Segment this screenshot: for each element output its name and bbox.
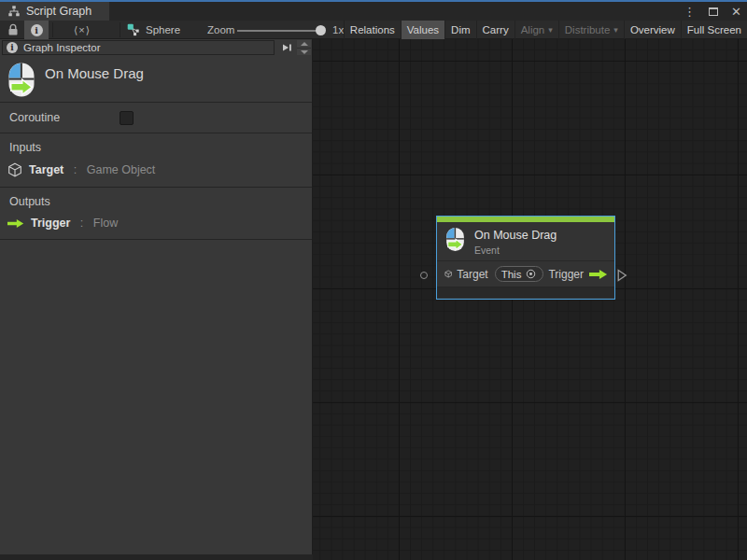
focused-window-accent [0, 0, 747, 2]
zoom-label: Zoom [207, 24, 234, 35]
graph-asset-icon [127, 23, 140, 36]
info-icon: i [31, 24, 43, 36]
cube-icon [7, 162, 22, 177]
chevron-down-icon: ▾ [613, 25, 618, 35]
window-menu-icon[interactable]: ⋮ [684, 6, 696, 18]
on-mouse-drag-node[interactable]: On Mouse Drag Event Target This Trigger [436, 216, 615, 300]
code-icon: ⟨×⟩ [74, 24, 91, 36]
inputs-section: Inputs Target : Game Object [0, 133, 312, 188]
port-name: Target [29, 163, 63, 176]
relations-button[interactable]: Relations [344, 21, 401, 39]
inspector-toggle-button[interactable]: i [24, 21, 49, 39]
maximize-icon[interactable] [709, 7, 718, 16]
graph-inspector-panel: i Graph Inspector On Mouse Drag Corout [0, 39, 313, 554]
inputs-header: Inputs [9, 141, 312, 154]
flow-arrow-icon [589, 269, 608, 280]
port-separator: : [77, 217, 86, 230]
output-port-triangle[interactable] [617, 269, 627, 282]
chevron-up-icon [301, 42, 308, 46]
target-port-label: Target [457, 268, 487, 281]
zoom-slider[interactable] [237, 30, 323, 32]
unit-header: On Mouse Drag [0, 56, 312, 103]
scroll-down-button[interactable] [297, 49, 311, 55]
port-name: Trigger [31, 217, 70, 230]
cube-icon [444, 267, 452, 281]
port-type: Game Object [87, 163, 156, 176]
coroutine-row: Coroutine [0, 103, 312, 133]
trigger-port[interactable]: Trigger [548, 268, 608, 281]
panel-bottom-edge [0, 554, 313, 560]
inspector-header: i Graph Inspector [0, 39, 312, 56]
code-view-button[interactable]: ⟨×⟩ [62, 21, 103, 39]
tab-bar: Script Graph ⋮ ✕ [0, 0, 747, 21]
tab-label: Script Graph [26, 5, 92, 18]
graph-toolbar: i ⟨×⟩ Sphere Zoom 1x Relations Values Di… [0, 21, 747, 39]
coroutine-checkbox[interactable] [120, 111, 134, 125]
output-row: Trigger : Flow [0, 217, 312, 230]
outputs-header: Outputs [9, 195, 312, 208]
flow-arrow-icon [7, 218, 24, 229]
this-label: This [501, 269, 522, 280]
toolbar-divider [52, 22, 53, 37]
input-row: Target : Game Object [0, 162, 312, 177]
zoom-slider-thumb[interactable] [316, 25, 326, 35]
input-port-circle[interactable] [420, 272, 428, 279]
zoom-value: 1x [332, 24, 344, 35]
coroutine-label: Coroutine [9, 111, 60, 124]
graph-pointer[interactable]: Sphere [127, 21, 180, 39]
align-button[interactable]: Align ▾ [514, 21, 558, 39]
dock-button[interactable] [277, 41, 295, 54]
mouse-drag-icon [445, 227, 465, 252]
node-header: On Mouse Drag Event [437, 222, 614, 260]
carry-button[interactable]: Carry [476, 21, 514, 39]
tab-script-graph[interactable]: Script Graph [0, 2, 109, 21]
node-subtitle: Event [474, 245, 557, 256]
trigger-port-label: Trigger [548, 268, 584, 281]
toolbar-button-group: Relations Values Dim Carry Align ▾ Distr… [344, 21, 747, 39]
graph-pointer-label: Sphere [146, 24, 180, 35]
close-icon[interactable]: ✕ [731, 6, 741, 18]
chevron-down-icon: ▾ [548, 25, 553, 35]
lock-icon [7, 23, 19, 36]
info-icon: i [7, 42, 18, 53]
dock-icon [281, 42, 292, 53]
toolbar-divider [120, 22, 120, 37]
scroll-up-button[interactable] [297, 40, 311, 48]
distribute-button[interactable]: Distribute ▾ [558, 21, 624, 39]
outputs-section: Outputs Trigger : Flow [0, 188, 312, 240]
target-picker-icon [525, 268, 537, 280]
overview-button[interactable]: Overview [624, 21, 681, 39]
node-footer [437, 287, 614, 298]
inspector-title: Graph Inspector [23, 42, 100, 53]
node-title: On Mouse Drag [474, 229, 557, 242]
graph-canvas[interactable]: On Mouse Drag Event Target This Trigger [313, 39, 747, 560]
script-graph-icon [7, 5, 21, 18]
values-button[interactable]: Values [401, 21, 444, 39]
full-screen-button[interactable]: Full Screen [681, 21, 747, 39]
node-ports-row: Target This Trigger [437, 260, 614, 287]
port-type: Flow [93, 217, 118, 230]
chevron-down-icon [301, 50, 308, 54]
port-separator: : [70, 163, 79, 176]
inspector-title-bar: i Graph Inspector [2, 40, 275, 55]
dim-button[interactable]: Dim [444, 21, 475, 39]
this-value-pill[interactable]: This [495, 266, 544, 282]
mouse-drag-icon [7, 62, 35, 98]
lock-button[interactable] [4, 22, 22, 37]
unit-title: On Mouse Drag [45, 65, 144, 81]
inspector-scroll-strip [297, 40, 311, 55]
